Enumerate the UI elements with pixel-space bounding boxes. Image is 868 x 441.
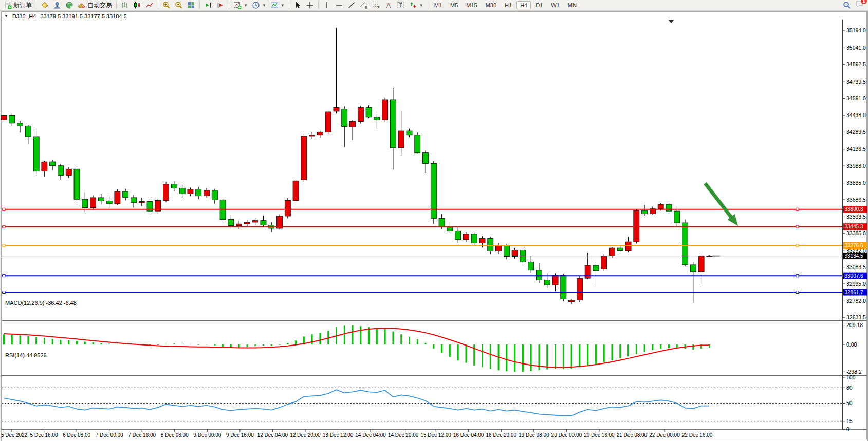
svg-text:34136.5: 34136.5 — [846, 146, 866, 152]
auto-scroll-button[interactable] — [202, 0, 214, 10]
periods-button[interactable]: ▼ — [250, 0, 268, 10]
svg-text:15 Dec 12:00: 15 Dec 12:00 — [420, 432, 451, 438]
chart-dropdown-icon[interactable]: ▼ — [4, 14, 8, 18]
svg-text:33276.6: 33276.6 — [845, 243, 864, 248]
bar-chart-icon — [121, 1, 129, 9]
autotrading-label: 自动交易 — [87, 1, 112, 10]
chart-shift-icon — [216, 1, 225, 9]
timeframe-button-m5[interactable]: M5 — [447, 1, 461, 9]
zoom-out-icon — [175, 1, 183, 9]
vertical-line-button[interactable] — [321, 0, 333, 10]
candlestick-chart-button[interactable] — [131, 0, 143, 10]
svg-text:15: 15 — [846, 418, 853, 424]
timeframe-button-h1[interactable]: H1 — [501, 1, 515, 9]
autotrading-icon — [78, 1, 86, 9]
svg-text:22 Dec 00:00: 22 Dec 00:00 — [649, 432, 680, 438]
text-button[interactable]: A — [382, 0, 395, 10]
navigator-button[interactable] — [63, 0, 76, 10]
toolbar-separator — [116, 2, 117, 9]
svg-text:13 Dec 12:00: 13 Dec 12:00 — [323, 432, 354, 438]
svg-text:9 Dec 16:00: 9 Dec 16:00 — [226, 432, 254, 438]
svg-text:A: A — [386, 2, 391, 9]
arrows-icon — [409, 1, 417, 9]
svg-text:33988.0: 33988.0 — [846, 163, 866, 169]
svg-text:33445.3: 33445.3 — [845, 224, 864, 229]
svg-text:33083.5: 33083.5 — [846, 264, 866, 270]
timeframe-button-w1[interactable]: W1 — [547, 1, 563, 9]
timeframe-button-m30[interactable]: M30 — [482, 1, 500, 9]
timeframe-button-h4[interactable]: H4 — [516, 1, 531, 9]
svg-text:9 Dec 00:00: 9 Dec 00:00 — [193, 432, 221, 438]
fibonacci-button[interactable]: F — [370, 0, 382, 10]
svg-text:0: 0 — [846, 426, 849, 432]
svg-text:14 Dec 20:00: 14 Dec 20:00 — [388, 432, 419, 438]
svg-text:33533.5: 33533.5 — [846, 214, 866, 220]
periods-icon — [252, 1, 260, 9]
chevron-down-icon: ▼ — [281, 3, 285, 8]
trendline-icon — [347, 1, 356, 9]
svg-text:12 Dec 04:00: 12 Dec 04:00 — [257, 432, 288, 438]
svg-text:33835.0: 33835.0 — [846, 180, 866, 186]
templates-button[interactable]: ▼ — [268, 0, 287, 10]
channel-button[interactable]: E — [358, 0, 370, 10]
svg-text:F: F — [377, 6, 379, 9]
price-chart-svg[interactable]: 35194.035041.034892.534739.534591.034438… — [0, 0, 868, 441]
trendline-button[interactable] — [345, 0, 358, 10]
chart-ohlc-values: 33179.5 33191.5 33177.5 33184.5 — [40, 13, 126, 20]
svg-text:33184.5: 33184.5 — [845, 253, 864, 259]
indicators-button[interactable]: ▼ — [231, 0, 250, 10]
timeframe-button-mn[interactable]: MN — [564, 1, 580, 9]
crosshair-button[interactable] — [304, 0, 316, 10]
svg-text:35041.0: 35041.0 — [846, 45, 866, 51]
notifications-button[interactable]: 1 — [855, 0, 863, 10]
new-order-icon — [4, 1, 12, 9]
timeframe-button-d1[interactable]: D1 — [532, 1, 546, 9]
svg-text:209.18: 209.18 — [846, 322, 863, 328]
notification-badge: 1 — [861, 0, 867, 4]
toolbar-separator — [318, 2, 319, 9]
zoom-in-button[interactable] — [160, 0, 173, 10]
horizontal-line-icon — [335, 1, 343, 9]
auto-scroll-icon — [204, 1, 212, 9]
svg-text:34892.5: 34892.5 — [846, 61, 866, 67]
fibonacci-icon: F — [372, 1, 380, 9]
chart-shift-button[interactable] — [214, 0, 227, 10]
timeframe-button-m1[interactable]: M1 — [431, 1, 446, 9]
timeframe-group: M1M5M15M30H1H4D1W1MN — [430, 1, 581, 9]
line-chart-icon — [145, 1, 154, 9]
new-order-button[interactable]: 新订单 — [2, 0, 34, 10]
data-window-button[interactable] — [51, 0, 63, 10]
toolbar-separator — [158, 2, 158, 9]
main-toolbar: 新订单 自动交易 — [0, 0, 868, 11]
chart-titlebar: ▼ DJ30-,H4 33179.5 33191.5 33177.5 33184… — [4, 13, 127, 20]
svg-text:34438.0: 34438.0 — [846, 112, 866, 118]
svg-text:33686.5: 33686.5 — [846, 197, 866, 203]
svg-text:34289.5: 34289.5 — [846, 129, 866, 135]
macd-indicator-label: MACD(12,26,9) -36.42 -6.48 — [5, 300, 77, 306]
chart-canvas[interactable]: 35194.035041.034892.534739.534591.034438… — [0, 0, 868, 441]
svg-text:50: 50 — [846, 400, 853, 406]
svg-text:5 Dec 16:00: 5 Dec 16:00 — [30, 432, 58, 438]
autotrading-button[interactable]: 自动交易 — [76, 0, 114, 10]
cursor-icon — [293, 1, 302, 9]
bar-chart-button[interactable] — [119, 0, 131, 10]
toolbar-separator — [289, 2, 289, 9]
svg-text:16 Dec 04:00: 16 Dec 04:00 — [453, 432, 484, 438]
svg-text:33385.0: 33385.0 — [846, 230, 866, 236]
zoom-out-button[interactable] — [173, 0, 185, 10]
market-watch-button[interactable] — [39, 0, 51, 10]
svg-text:32935.0: 32935.0 — [846, 281, 866, 287]
line-chart-button[interactable] — [143, 0, 156, 10]
tile-windows-button[interactable] — [185, 0, 197, 10]
toolbar-separator — [199, 2, 200, 9]
toolbar-separator — [229, 2, 229, 9]
horizontal-line-button[interactable] — [333, 0, 345, 10]
arrows-button[interactable]: ▼ — [407, 0, 426, 10]
cursor-button[interactable] — [291, 0, 304, 10]
svg-text:7 Dec 16:00: 7 Dec 16:00 — [128, 432, 156, 438]
zoom-in-icon — [162, 1, 171, 9]
timeframe-button-m15[interactable]: M15 — [463, 1, 481, 9]
search-icon[interactable] — [843, 1, 851, 9]
label-button[interactable]: T — [395, 0, 407, 10]
svg-text:5 Dec 2022: 5 Dec 2022 — [1, 432, 28, 438]
